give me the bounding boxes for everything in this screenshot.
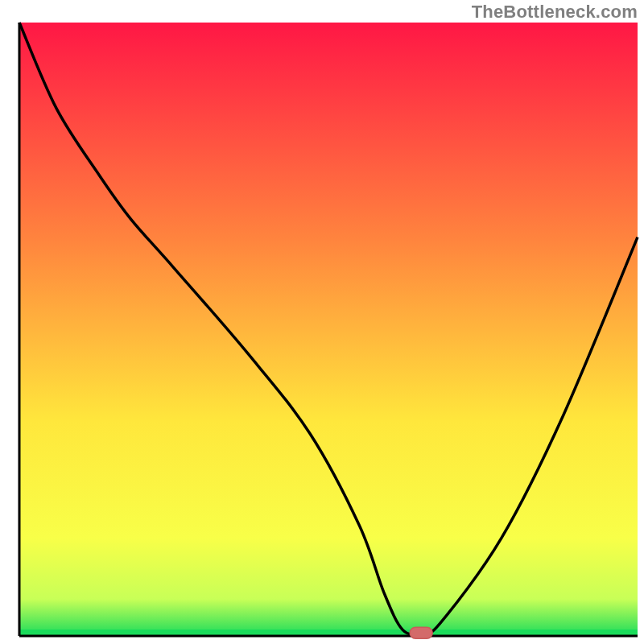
optimum-marker [410, 627, 432, 638]
bottleneck-chart [0, 0, 644, 644]
chart-canvas: TheBottleneck.com [0, 0, 644, 644]
plot-gradient-background [19, 23, 638, 636]
